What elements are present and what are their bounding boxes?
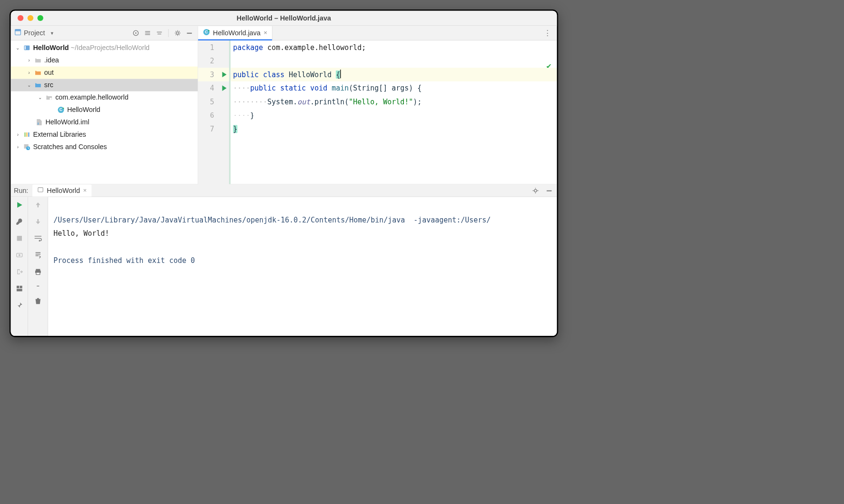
ide-window: HelloWorld – HelloWorld.java Project ▼	[10, 10, 558, 337]
chevron-down-icon[interactable]: ⌄	[15, 42, 21, 54]
scroll-to-end-icon[interactable]	[33, 250, 43, 260]
svg-rect-25	[17, 236, 21, 241]
code-line[interactable]: package com.example.helloworld;	[231, 40, 557, 54]
wrench-icon[interactable]	[14, 217, 24, 227]
tree-label: External Libraries	[33, 129, 86, 141]
tree-item-package[interactable]: ⌄ com.example.helloworld	[11, 91, 198, 104]
run-config-tab[interactable]: HelloWorld ×	[32, 184, 91, 196]
console-line: Process finished with exit code 0	[53, 257, 195, 265]
hide-panel-icon[interactable]	[185, 28, 194, 38]
tree-label: src	[44, 79, 53, 91]
pin-icon[interactable]	[14, 300, 24, 310]
run-gutter-icon[interactable]	[222, 72, 227, 78]
code-line[interactable]	[231, 54, 557, 68]
project-toolbar: Project ▼	[11, 26, 198, 40]
settings-icon[interactable]	[173, 28, 182, 38]
upper-split: Project ▼	[11, 26, 557, 184]
tree-root-label: HelloWorld ~/IdeaProjects/HelloWorld	[33, 42, 150, 54]
svg-point-4	[176, 31, 179, 34]
tree-root[interactable]: ⌄ HelloWorld ~/IdeaProjects/HelloWorld	[11, 42, 198, 54]
close-window-icon[interactable]	[18, 15, 23, 21]
svg-rect-7	[25, 46, 26, 50]
rerun-icon[interactable]	[14, 200, 24, 210]
tree-label: .idea	[44, 54, 59, 67]
project-tree[interactable]: ⌄ HelloWorld ~/IdeaProjects/HelloWorld ›…	[11, 40, 198, 184]
gutter: 1 2 3 4 5 6 7	[198, 40, 231, 184]
code-line[interactable]: ····public static void main(String[] arg…	[231, 81, 557, 95]
tree-item-out[interactable]: › out	[11, 67, 198, 79]
more-icon[interactable]: ⋮	[538, 28, 557, 38]
run-settings-icon[interactable]	[531, 186, 541, 195]
chevron-down-icon[interactable]: ⌄	[26, 79, 32, 91]
run-header: Run: HelloWorld ×	[11, 184, 557, 197]
exit-icon[interactable]	[14, 267, 24, 277]
run-hide-icon[interactable]	[544, 186, 554, 195]
run-body: − /Users/User/Library/Java/JavaVirtualMa…	[11, 197, 557, 336]
svg-point-8	[50, 98, 52, 100]
tree-item-idea[interactable]: › .idea	[11, 54, 198, 67]
soft-wrap-icon[interactable]	[33, 233, 43, 243]
svg-marker-24	[17, 202, 22, 208]
down-icon[interactable]	[33, 217, 43, 227]
scratches-icon	[23, 143, 31, 150]
layout-icon[interactable]	[14, 283, 24, 293]
collapse-all-icon[interactable]	[155, 28, 164, 38]
zoom-window-icon[interactable]	[38, 15, 43, 21]
sources-folder-icon	[34, 82, 42, 87]
tree-item-class[interactable]: C HelloWorld	[11, 104, 198, 116]
console[interactable]: /Users/User/Library/Java/JavaVirtualMach…	[48, 197, 557, 336]
svg-point-27	[19, 254, 20, 256]
stop-icon[interactable]	[14, 233, 24, 243]
chevron-right-icon[interactable]: ›	[15, 129, 21, 141]
chevron-right-icon[interactable]: ›	[26, 67, 32, 79]
dump-threads-icon[interactable]	[14, 250, 24, 260]
print-icon[interactable]	[33, 267, 43, 277]
code-area[interactable]: ✔ 1 2 3 4 5 6 7 package com.example.hell…	[198, 40, 557, 184]
svg-rect-12	[38, 122, 39, 125]
gutter-line[interactable]: 3	[198, 68, 229, 81]
gutter-line[interactable]: 7	[198, 122, 229, 136]
folder-icon	[34, 58, 42, 62]
gutter-line[interactable]: 4	[198, 81, 229, 95]
code-line[interactable]: ····}	[231, 109, 557, 122]
gutter-line[interactable]: 6	[198, 109, 229, 122]
tree-item-scratches[interactable]: › Scratches and Consoles	[11, 141, 198, 153]
editor: C HelloWorld.java × ⋮ ✔ 1 2 3 4 5 6 7	[198, 26, 557, 184]
clear-icon[interactable]	[33, 296, 43, 306]
run-config-label: HelloWorld	[47, 186, 80, 194]
gutter-line[interactable]: 1	[198, 40, 229, 54]
svg-rect-14	[26, 132, 28, 137]
up-icon[interactable]	[33, 200, 43, 210]
chevron-right-icon[interactable]: ›	[26, 54, 32, 67]
code-line[interactable]: }	[231, 122, 557, 136]
run-config-icon	[38, 186, 44, 194]
gutter-line[interactable]: 5	[198, 95, 229, 109]
chevron-down-icon[interactable]: ⌄	[38, 91, 43, 104]
svg-text:C: C	[60, 107, 62, 112]
minimize-window-icon[interactable]	[28, 15, 33, 21]
select-opened-file-icon[interactable]	[131, 28, 140, 38]
tree-label: HelloWorld.iml	[45, 116, 89, 129]
svg-rect-5	[187, 32, 191, 33]
code-line[interactable]: ········System.out.println("Hello, World…	[231, 95, 557, 109]
run-gutter-icon[interactable]	[222, 85, 227, 91]
tree-item-iml[interactable]: HelloWorld.iml	[11, 116, 198, 129]
close-tab-icon[interactable]: ×	[263, 30, 267, 37]
caret	[340, 70, 341, 78]
java-class-icon: C	[57, 106, 65, 113]
gutter-line[interactable]: 2	[198, 54, 229, 68]
chevron-right-icon[interactable]: ›	[15, 141, 21, 153]
code[interactable]: package com.example.helloworld; public c…	[231, 40, 557, 184]
code-line[interactable]: public class HelloWorld {	[231, 68, 557, 81]
tree-item-external-libs[interactable]: › External Libraries	[11, 129, 198, 141]
project-view-chevron-icon[interactable]: ▼	[48, 28, 57, 38]
iml-file-icon	[36, 119, 43, 125]
expand-all-icon[interactable]	[143, 28, 152, 38]
output-folder-icon	[34, 70, 42, 75]
run-actions-rail	[11, 197, 28, 336]
run-tab-close-icon[interactable]: ×	[83, 187, 87, 194]
separator	[168, 29, 169, 37]
editor-tab-helloworld[interactable]: C HelloWorld.java ×	[198, 26, 272, 40]
svg-rect-33	[36, 272, 40, 275]
tree-item-src[interactable]: ⌄ src	[11, 79, 198, 91]
